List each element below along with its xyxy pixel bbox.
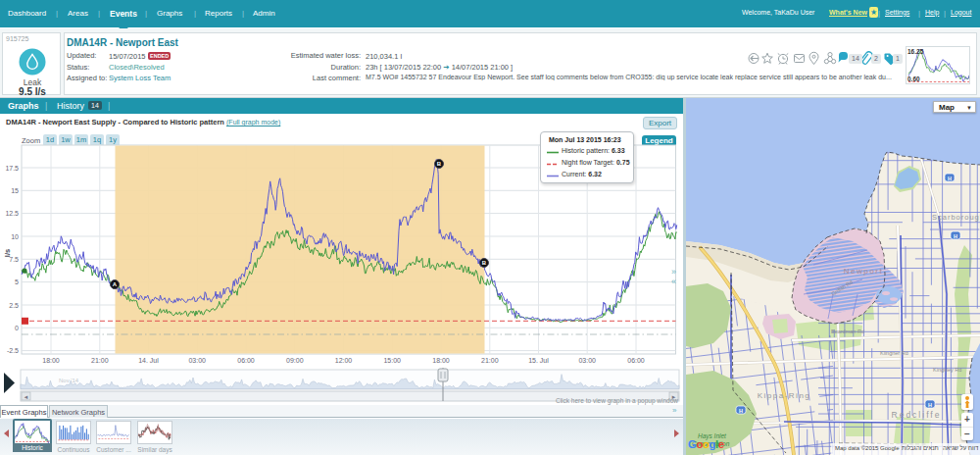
- svg-text:12:00: 12:00: [335, 357, 353, 364]
- svg-text:A: A: [113, 281, 118, 287]
- svg-text:18:00: 18:00: [432, 357, 450, 364]
- svg-text:Redcliffe: Redcliffe: [892, 410, 942, 420]
- svg-text:-2.5: -2.5: [7, 347, 19, 354]
- svg-text:Boardman Rd: Boardman Rd: [831, 329, 864, 334]
- svg-text:21:00: 21:00: [91, 357, 109, 364]
- svg-text:10: 10: [11, 233, 19, 240]
- svg-text:H: H: [948, 176, 952, 181]
- svg-text:06:00: 06:00: [627, 357, 645, 364]
- svg-text:2.5: 2.5: [9, 302, 19, 309]
- svg-text:12.5: 12.5: [5, 210, 19, 217]
- svg-text:Kingsley Rd: Kingsley Rd: [933, 367, 961, 373]
- svg-text:21:00: 21:00: [481, 357, 499, 364]
- svg-text:15: 15: [11, 187, 19, 194]
- svg-text:B: B: [482, 260, 487, 266]
- svg-text:Kippa-Ring: Kippa-Ring: [758, 391, 811, 400]
- svg-text:14. Jul: 14. Jul: [138, 357, 159, 364]
- svg-text:5: 5: [15, 278, 19, 285]
- svg-text:Nov '14: Nov '14: [59, 378, 79, 383]
- svg-text:18:00: 18:00: [42, 357, 60, 364]
- svg-text:H: H: [954, 233, 957, 239]
- svg-text:Newport: Newport: [844, 267, 883, 276]
- svg-text:H: H: [739, 408, 743, 414]
- svg-text:03:00: 03:00: [578, 357, 596, 364]
- svg-text:09:00: 09:00: [286, 357, 304, 364]
- svg-text:17.5: 17.5: [5, 165, 19, 172]
- svg-text:H: H: [928, 402, 932, 408]
- svg-text:03:00: 03:00: [188, 357, 206, 364]
- svg-text:l/s: l/s: [3, 249, 12, 257]
- svg-text:06:00: 06:00: [237, 357, 255, 364]
- svg-text:◄: ◄: [24, 394, 29, 400]
- svg-text:Scarborough: Scarborough: [932, 213, 980, 222]
- svg-text:0: 0: [15, 325, 19, 331]
- svg-text:Klingner Rd: Klingner Rd: [880, 350, 908, 356]
- svg-text:15. Jul: 15. Jul: [528, 357, 549, 364]
- svg-text:15:00: 15:00: [383, 357, 401, 364]
- svg-text:B: B: [437, 161, 442, 167]
